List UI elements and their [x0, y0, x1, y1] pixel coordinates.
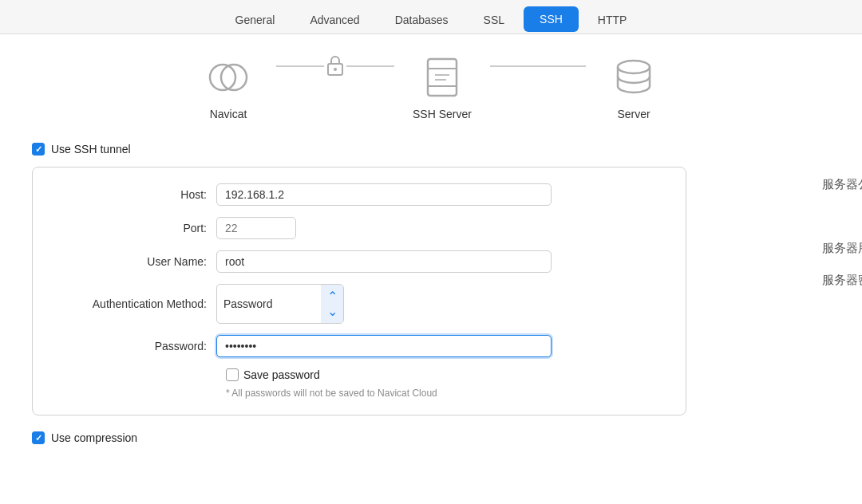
host-label: Host:	[57, 188, 216, 201]
password-input[interactable]	[216, 335, 552, 357]
diagram-ssh-server: SSH Server	[394, 53, 490, 120]
diagram-server: Server	[586, 53, 682, 120]
connector-line-3	[490, 65, 586, 67]
navicat-cloud-note: * All passwords will not be saved to Nav…	[226, 388, 662, 399]
diagram-navicat: Navicat	[180, 53, 276, 120]
auth-method-label: Authentication Method:	[57, 297, 216, 310]
tab-general[interactable]: General	[219, 7, 291, 33]
annotation-host: 服务器公网ip	[822, 177, 862, 192]
password-label: Password:	[57, 340, 216, 352]
tab-advanced[interactable]: Advanced	[294, 7, 375, 33]
connection-diagram: Navicat	[32, 53, 830, 120]
password-row: Password:	[57, 335, 662, 357]
username-label: User Name:	[57, 255, 216, 268]
ssh-server-label: SSH Server	[413, 108, 472, 120]
server-label: Server	[617, 108, 650, 120]
username-row: User Name:	[57, 250, 662, 273]
port-row: Port:	[57, 217, 662, 239]
ssh-server-icon	[418, 53, 466, 101]
ssh-tunnel-header: Use SSH tunnel	[32, 143, 830, 156]
tab-ssh[interactable]: SSH	[524, 6, 579, 32]
tab-ssl[interactable]: SSL	[468, 7, 520, 33]
svg-point-0	[210, 65, 235, 90]
use-compression-checkbox[interactable]	[32, 431, 45, 444]
use-ssh-tunnel-label: Use SSH tunnel	[51, 143, 131, 156]
annotation-username: 服务器用户名	[822, 241, 862, 256]
port-label: Port:	[57, 222, 216, 234]
auth-method-row: Authentication Method: Password Public K…	[57, 284, 662, 324]
ssh-form-panel: Host: Port: User Name: Authentication Me…	[32, 167, 686, 415]
username-input[interactable]	[216, 250, 552, 273]
port-input[interactable]	[216, 217, 296, 239]
navicat-icon	[204, 53, 252, 101]
host-row: Host:	[57, 183, 662, 206]
main-content: Navicat	[0, 34, 862, 463]
save-password-label: Save password	[243, 368, 320, 381]
auth-method-select-wrap: Password Public Key ⌃⌄	[216, 284, 344, 324]
svg-point-9	[618, 61, 650, 73]
save-password-row: Save password	[226, 368, 662, 381]
lock-icon	[326, 54, 345, 79]
auth-method-select[interactable]: Password Public Key	[217, 293, 321, 314]
use-compression-label: Use compression	[51, 431, 137, 444]
use-compression-section: Use compression	[32, 431, 830, 444]
navicat-label: Navicat	[210, 108, 247, 120]
connector-line-1	[276, 65, 324, 67]
host-input[interactable]	[216, 183, 552, 206]
auth-select-arrow-icon: ⌃⌄	[321, 285, 343, 323]
svg-rect-4	[428, 59, 457, 96]
server-icon	[610, 53, 658, 101]
tab-databases[interactable]: Databases	[379, 7, 465, 33]
tab-http[interactable]: HTTP	[582, 7, 643, 33]
use-ssh-tunnel-checkbox[interactable]	[32, 143, 45, 156]
tab-bar: General Advanced Databases SSL SSH HTTP	[0, 0, 862, 34]
svg-point-1	[221, 65, 247, 90]
annotation-password: 服务器密码	[822, 273, 862, 288]
save-password-checkbox[interactable]	[226, 368, 239, 381]
connector-line-2	[346, 65, 394, 67]
svg-point-3	[334, 68, 337, 71]
